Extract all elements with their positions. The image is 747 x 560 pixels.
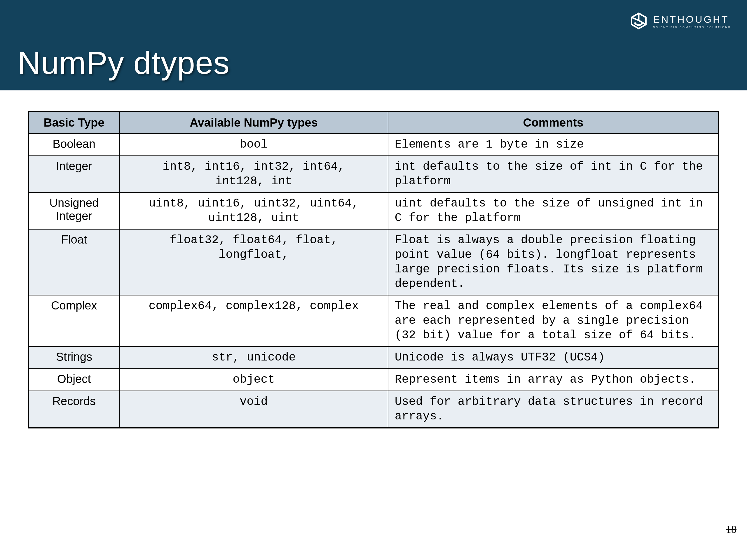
header-comments: Comments [388, 111, 719, 134]
cell-comments: int defaults to the size of int in C for… [388, 156, 719, 192]
cell-comments: Float is always a double precision float… [388, 229, 719, 295]
cell-basic-type: Integer [28, 156, 119, 192]
cell-basic-type: Records [28, 391, 119, 428]
cell-numpy-types: void [119, 391, 388, 428]
cell-basic-type: Object [28, 369, 119, 391]
cell-numpy-types: uint8, uint16, uint32, uint64, uint128, … [119, 192, 388, 229]
cell-basic-type: Complex [28, 295, 119, 347]
cell-basic-type: Strings [28, 347, 119, 369]
cell-basic-type: Unsigned Integer [28, 192, 119, 229]
table-row: Complexcomplex64, complex128, complexThe… [28, 295, 719, 347]
slide-header: NumPy dtypes ENTHOUGHT SCIENTIFIC COMPUT… [0, 0, 747, 90]
cell-numpy-types: int8, int16, int32, int64, int128, int [119, 156, 388, 192]
table-row: Stringsstr, unicodeUnicode is always UTF… [28, 347, 719, 369]
table-row: Unsigned Integeruint8, uint16, uint32, u… [28, 192, 719, 229]
brand-logo: ENTHOUGHT SCIENTIFIC COMPUTING SOLUTIONS [628, 10, 731, 32]
cell-numpy-types: object [119, 369, 388, 391]
table-row: Floatfloat32, float64, float, longfloat,… [28, 229, 719, 295]
slide-content: Basic Type Available NumPy types Comment… [0, 90, 747, 428]
cell-numpy-types: float32, float64, float, longfloat, [119, 229, 388, 295]
header-numpy-types: Available NumPy types [119, 111, 388, 134]
cell-numpy-types: bool [119, 134, 388, 156]
cell-comments: Elements are 1 byte in size [388, 134, 719, 156]
cell-comments: uint defaults to the size of unsigned in… [388, 192, 719, 229]
table-row: BooleanboolElements are 1 byte in size [28, 134, 719, 156]
table-row: RecordsvoidUsed for arbitrary data struc… [28, 391, 719, 428]
cell-numpy-types: str, unicode [119, 347, 388, 369]
cell-comments: Represent items in array as Python objec… [388, 369, 719, 391]
cell-basic-type: Boolean [28, 134, 119, 156]
page-number: 18 [726, 523, 737, 535]
slide-title: NumPy dtypes [18, 44, 230, 81]
cell-basic-type: Float [28, 229, 119, 295]
table-header-row: Basic Type Available NumPy types Comment… [28, 111, 719, 134]
cell-comments: The real and complex elements of a compl… [388, 295, 719, 347]
enthought-icon [628, 10, 649, 32]
cell-comments: Unicode is always UTF32 (UCS4) [388, 347, 719, 369]
cell-comments: Used for arbitrary data structures in re… [388, 391, 719, 428]
dtypes-table: Basic Type Available NumPy types Comment… [28, 111, 719, 428]
header-basic-type: Basic Type [28, 111, 119, 134]
table-row: ObjectobjectRepresent items in array as … [28, 369, 719, 391]
table-row: Integerint8, int16, int32, int64, int128… [28, 156, 719, 192]
brand-tagline: SCIENTIFIC COMPUTING SOLUTIONS [653, 26, 731, 29]
brand-text: ENTHOUGHT SCIENTIFIC COMPUTING SOLUTIONS [653, 14, 731, 29]
brand-name: ENTHOUGHT [653, 14, 731, 25]
cell-numpy-types: complex64, complex128, complex [119, 295, 388, 347]
